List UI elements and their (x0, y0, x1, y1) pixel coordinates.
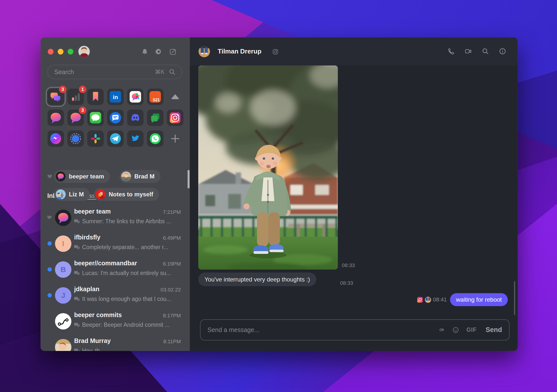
network-icon-imessage[interactable] (87, 110, 104, 126)
chat-preview-text: Completely separate... another r... (82, 244, 168, 251)
twitter-icon (129, 132, 142, 145)
network-icon-twitter[interactable] (127, 130, 144, 147)
network-icon-discord[interactable] (127, 110, 144, 126)
chat-timestamp: 6:19PM (163, 261, 181, 267)
chat-timestamp: 7:21PM (163, 209, 181, 215)
voice-call-icon[interactable] (448, 48, 455, 55)
pinned-chat-avatar (56, 189, 66, 199)
beeper-slack-icon (129, 91, 142, 103)
chat-scrollbar[interactable] (514, 281, 515, 315)
network-icon-inbox-all[interactable]: 3 (48, 89, 64, 105)
chat-name: beeper team (74, 208, 111, 215)
chat-list-item[interactable]: Bbeeper//commandbar6:19PMLucas: I'm actu… (41, 257, 190, 282)
message-bubbles-icon (74, 348, 80, 351)
network-icon-messenger[interactable] (48, 130, 64, 147)
chat-list-item[interactable]: beeper commits8:17PMBeeper: Beeper Andro… (41, 308, 190, 334)
pinned-chat-chip[interactable]: Brad M (119, 170, 160, 183)
network-icon-stats[interactable]: 1 (67, 89, 84, 105)
pinned-chat-label: Liz M (69, 191, 84, 198)
send-button[interactable]: Send (486, 326, 502, 334)
pinned-chat-chip[interactable]: Liz M (54, 188, 90, 201)
search-shortcut: ⌘K (155, 69, 164, 75)
network-icon-signal[interactable] (67, 130, 84, 147)
message-composer[interactable]: Send a message... GIF Send (200, 319, 509, 340)
network-icon-bookmarks[interactable] (87, 89, 104, 105)
pinned-chat-chip[interactable]: beeper team (54, 170, 110, 183)
minimize-window-button[interactable] (58, 49, 63, 55)
network-icon-slack[interactable] (87, 130, 104, 147)
outgoing-message-timestamp: 08:41 (433, 296, 447, 303)
pinned-chat-label: Brad M (134, 173, 154, 180)
beeper-icon (50, 112, 62, 124)
pinned-chat-label: Notes to myself (109, 191, 153, 198)
row-marker-empty (47, 319, 52, 323)
network-icon-instagram[interactable] (167, 110, 183, 126)
beeper-window: Search ⌘K 31inS213 Inbox All Messages be… (41, 37, 518, 351)
photo-message[interactable] (198, 65, 338, 270)
chat-avatar: I (55, 235, 71, 252)
contact-name: Tilman Drerup (218, 48, 261, 55)
chat-avatar: B (55, 261, 71, 278)
attachment-paperclip-icon[interactable] (439, 327, 445, 333)
network-icon-googlechat[interactable] (147, 110, 163, 126)
contact-avatar[interactable] (199, 46, 210, 57)
video-call-icon[interactable] (465, 48, 472, 55)
network-icon-s21[interactable]: S21 (147, 89, 163, 105)
outgoing-contact-avatar (425, 297, 431, 303)
unread-badge: 1 (79, 86, 86, 93)
settings-gear-icon[interactable] (155, 48, 162, 55)
chat-name: beeper//commandbar (74, 260, 137, 267)
network-icon-add-network[interactable] (167, 130, 183, 147)
compose-new-message-icon[interactable] (169, 48, 176, 55)
zoom-window-button[interactable] (68, 49, 73, 55)
network-icon-beeper-unread[interactable]: 3 (67, 110, 84, 126)
search-in-chat-icon[interactable] (482, 48, 489, 55)
network-icon-linkedin[interactable]: in (107, 89, 124, 105)
chat-timestamp: 8:11PM (163, 338, 181, 344)
incoming-message-bubble[interactable]: You've interrupted very deep thoughts :) (198, 273, 316, 286)
network-icon-telegram[interactable] (107, 130, 124, 147)
search-icon (169, 69, 175, 75)
chat-preview: It was long enough ago that I cou... (74, 296, 179, 302)
unread-badge: 3 (79, 107, 86, 114)
beeper-unread-icon (69, 112, 82, 124)
close-window-button[interactable] (48, 49, 53, 55)
chat-name: Brad Murray (74, 337, 111, 344)
gif-button[interactable]: GIF (466, 327, 477, 333)
outgoing-message-bubble[interactable]: waiting for reboot (450, 293, 508, 306)
user-avatar[interactable] (78, 46, 90, 57)
pinned-chat-avatar (56, 171, 66, 181)
network-icon-sms[interactable] (107, 110, 124, 126)
chat-list-item[interactable]: Iifbirdsfly6:49PMCompletely separate... … (41, 231, 190, 257)
chat-list-item[interactable]: Brad Murray8:11PMHey, th... (41, 334, 190, 351)
chat-name: ifbirdsfly (74, 234, 101, 241)
chat-info-icon[interactable] (499, 48, 506, 55)
sidebar-scrollbar[interactable] (188, 170, 190, 188)
chat-list: beeper team7:21PMSumner: The links to th… (41, 201, 190, 351)
telegram-icon (109, 132, 122, 145)
instagram-badge-icon (417, 297, 423, 303)
unread-dot (47, 267, 52, 272)
imessage-icon (89, 112, 102, 124)
network-icon-beeper-slack[interactable] (127, 89, 144, 105)
network-icon-whatsapp[interactable] (147, 130, 163, 147)
chat-list-item[interactable]: beeper team7:21PMSumner: The links to th… (41, 205, 190, 231)
photo-timestamp: 08:33 (342, 262, 355, 268)
messenger-icon (50, 132, 62, 145)
chat-list-item[interactable]: Jjdkaplan03.02.22It was long enough ago … (41, 282, 190, 308)
chat-name: beeper commits (74, 311, 122, 319)
message-bubbles-icon (74, 323, 80, 328)
s21-icon: S21 (149, 91, 161, 103)
notifications-bell-icon[interactable] (141, 48, 148, 55)
linkedin-icon: in (109, 91, 122, 103)
sms-icon (109, 112, 122, 124)
chat-preview: Sumner: The links to the Airbnbs ... (74, 218, 179, 225)
chat-timestamp: 03.02.22 (160, 287, 181, 293)
emoji-icon[interactable] (453, 327, 459, 333)
chat-preview: Lucas: I'm actually not entirely su... (74, 270, 179, 277)
network-icon-beeper[interactable] (48, 110, 64, 126)
pinned-chat-chip[interactable]: Notes to myself (94, 188, 159, 201)
network-icon-collapse[interactable] (167, 89, 183, 105)
search-input[interactable]: Search ⌘K (47, 65, 182, 79)
row-marker-empty (47, 344, 52, 349)
